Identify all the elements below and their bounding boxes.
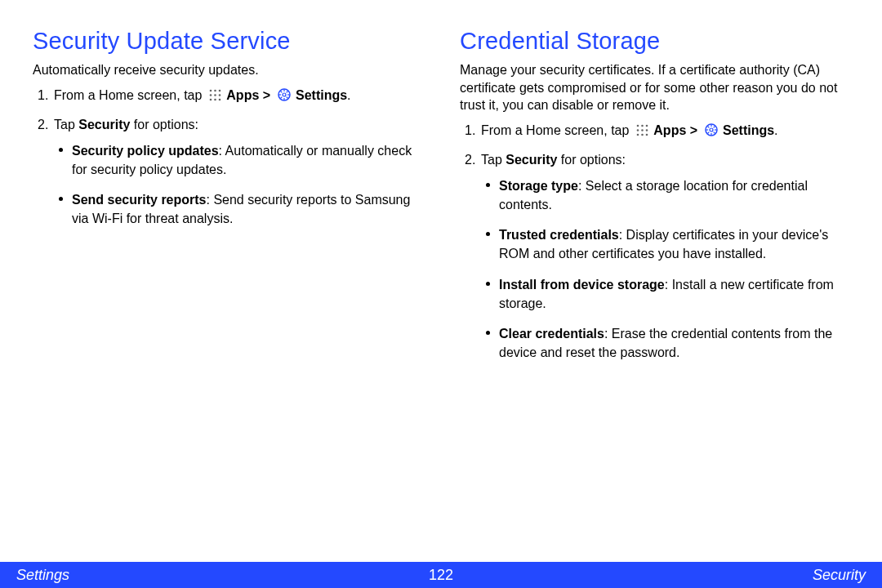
step-1-right: From a Home screen, tap Apps > Settings. (460, 121, 849, 142)
period: . (774, 123, 777, 137)
svg-line-17 (286, 91, 287, 92)
svg-point-22 (637, 129, 639, 131)
svg-point-2 (219, 89, 221, 91)
step2-post: for options: (130, 118, 198, 131)
page-content: Security Update Service Automatically re… (0, 0, 882, 373)
left-column: Security Update Service Automatically re… (33, 28, 422, 373)
intro-right: Manage your security certificates. If a … (460, 61, 849, 114)
svg-line-16 (286, 96, 287, 98)
svg-line-37 (707, 131, 709, 133)
period: . (347, 88, 350, 102)
step1-text: From a Home screen, tap (54, 88, 206, 102)
gear-icon (278, 87, 291, 107)
svg-line-18 (280, 96, 282, 98)
svg-point-5 (219, 94, 221, 96)
bullet-bold: Clear credentials (499, 327, 604, 341)
step1-text: From a Home screen, tap (481, 123, 633, 137)
svg-point-29 (710, 128, 713, 131)
settings-label: Settings (723, 123, 774, 137)
bullet-right-1: Trusted credentials: Display certificate… (481, 225, 849, 263)
svg-point-20 (641, 124, 644, 127)
bullet-left-1: Send security reports: Send security rep… (54, 190, 422, 228)
svg-point-24 (646, 129, 648, 131)
sep: > (686, 123, 701, 137)
svg-point-21 (646, 124, 648, 127)
page-number: 122 (429, 567, 453, 584)
svg-point-23 (641, 129, 644, 131)
footer-left: Settings (16, 567, 69, 584)
svg-point-6 (210, 98, 212, 100)
section-heading-left: Security Update Service (33, 28, 422, 55)
svg-line-34 (707, 126, 709, 127)
footer-bar: Settings 122 Security (0, 562, 882, 588)
svg-point-3 (210, 94, 212, 96)
svg-point-19 (637, 124, 639, 127)
intro-left: Automatically receive security updates. (33, 61, 422, 79)
step2-pre: Tap (54, 118, 78, 131)
apps-label: Apps (653, 123, 686, 137)
apps-icon (209, 87, 221, 107)
step2-bold: Security (506, 153, 557, 167)
bullet-bold: Security policy updates (72, 144, 219, 158)
bullet-bold: Install from device storage (499, 278, 665, 292)
svg-point-7 (214, 98, 216, 100)
svg-line-36 (713, 126, 715, 127)
svg-line-35 (713, 131, 715, 133)
svg-point-8 (219, 98, 221, 100)
bullet-bold: Trusted credentials (499, 228, 619, 242)
svg-point-0 (210, 89, 212, 91)
bullet-right-2: Install from device storage: Install a n… (481, 275, 849, 313)
bullet-bold: Send security reports (72, 193, 207, 207)
gear-icon (705, 122, 718, 142)
bullet-right-3: Clear credentials: Erase the credential … (481, 324, 849, 362)
sep: > (259, 88, 274, 102)
right-column: Credential Storage Manage your security … (460, 28, 849, 373)
step-2-right: Tap Security for options: Storage type: … (460, 150, 849, 363)
step2-bold: Security (78, 118, 130, 131)
svg-point-27 (646, 133, 648, 136)
svg-point-10 (283, 93, 286, 96)
footer-right: Security (813, 567, 866, 584)
apps-label: Apps (226, 88, 259, 102)
bullet-left-0: Security policy updates: Automatically o… (54, 141, 422, 179)
step2-pre: Tap (481, 153, 506, 167)
step-1-left: From a Home screen, tap Apps > Settings. (33, 86, 422, 107)
svg-point-26 (641, 133, 644, 136)
svg-line-15 (280, 91, 282, 92)
settings-label: Settings (296, 88, 347, 102)
step2-post: for options: (557, 153, 626, 167)
svg-point-25 (637, 133, 639, 136)
step-2-left: Tap Security for options: Security polic… (33, 115, 422, 229)
bullet-bold: Storage type (499, 179, 578, 193)
svg-point-1 (214, 89, 216, 91)
section-heading-right: Credential Storage (460, 28, 849, 55)
svg-point-4 (214, 94, 216, 96)
bullet-right-0: Storage type: Select a storage location … (481, 176, 849, 214)
apps-icon (636, 122, 648, 142)
